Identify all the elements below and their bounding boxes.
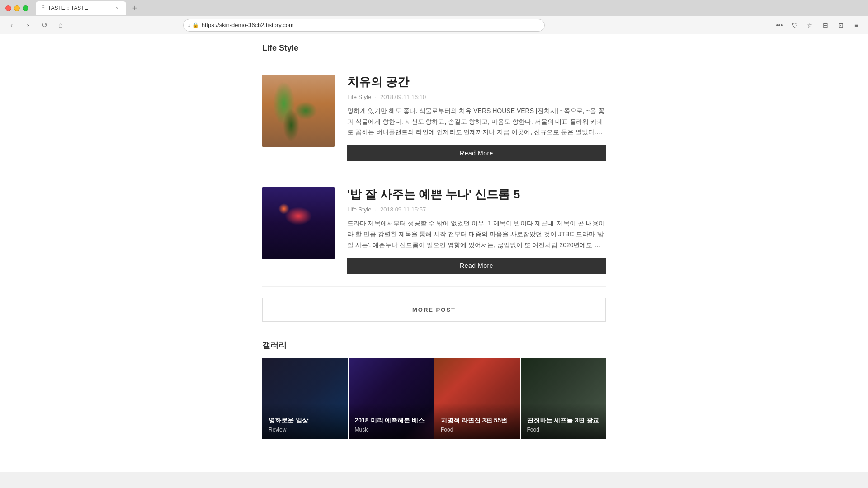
gallery-grid: 영화로운 일상 Review 2018 미리 예측해본 베스 Music 치명적… bbox=[262, 358, 606, 439]
post-item-2: '밥 잘 사주는 예쁜 누나' 신드롬 5 Life Style · 2018.… bbox=[262, 174, 606, 287]
gallery-item-category-2: Food bbox=[441, 427, 514, 433]
gallery-item-title-0: 영화로운 일상 bbox=[269, 417, 341, 425]
read-more-button-2[interactable]: Read More bbox=[347, 258, 606, 274]
lock-icon: 🔒 bbox=[193, 22, 199, 28]
gallery-overlay-1: 2018 미리 예측해본 베스 Music bbox=[349, 403, 434, 439]
post-title-1[interactable]: 치유의 공간 bbox=[347, 75, 606, 90]
maximize-window-button[interactable] bbox=[23, 5, 28, 11]
new-tab-button[interactable]: + bbox=[128, 1, 142, 15]
post-title-2[interactable]: '밥 잘 사주는 예쁜 누나' 신드롬 5 bbox=[347, 187, 606, 202]
post-list: 치유의 공간 Life Style · 2018.09.11 16:10 멍하게… bbox=[262, 62, 606, 287]
post-dot-1: · bbox=[375, 94, 377, 100]
post-thumbnail-2[interactable] bbox=[262, 187, 335, 259]
post-meta-2: '밥 잘 사주는 예쁜 누나' 신드롬 5 Life Style · 2018.… bbox=[347, 187, 606, 274]
post-category-2: Life Style bbox=[347, 206, 371, 213]
info-icon: ℹ bbox=[188, 22, 190, 28]
browser-toolbar: ‹ › ↺ ⌂ ℹ 🔒 https://skin-demo-36cb2.tist… bbox=[0, 16, 868, 34]
gallery-item-0[interactable]: 영화로운 일상 Review bbox=[262, 358, 348, 439]
tab-close-button[interactable]: × bbox=[113, 5, 121, 12]
tab-title: TASTE :: TASTE bbox=[48, 5, 88, 11]
gallery-item-category-0: Review bbox=[269, 427, 341, 433]
post-date-1: 2018.09.11 16:10 bbox=[380, 94, 426, 100]
gallery-item-category-3: Food bbox=[527, 427, 600, 433]
post-thumbnail-1[interactable] bbox=[262, 75, 335, 147]
back-button[interactable]: ‹ bbox=[5, 19, 18, 32]
content-wrapper: Life Style 치유의 공간 Life Style · 2018.09.1… bbox=[262, 34, 606, 472]
url-display: https://skin-demo-36cb2.tistory.com bbox=[202, 22, 294, 28]
browser-chrome: ⠿ TASTE :: TASTE × + ‹ › ↺ ⌂ ℹ 🔒 https:/… bbox=[0, 0, 868, 34]
post-info-1: Life Style · 2018.09.11 16:10 bbox=[347, 94, 606, 100]
post-excerpt-2: 드라마 제목에서부터 성공할 수 밖에 없었던 이유. 1 제목이 반이다 제곤… bbox=[347, 218, 606, 250]
post-info-2: Life Style · 2018.09.11 15:57 bbox=[347, 206, 606, 213]
gallery-item-category-1: Music bbox=[355, 427, 428, 433]
lifestyle-section-title: Life Style bbox=[262, 43, 606, 53]
post-item-1: 치유의 공간 Life Style · 2018.09.11 16:10 멍하게… bbox=[262, 62, 606, 174]
tab-favicon: ⠿ bbox=[41, 5, 45, 11]
post-date-2: 2018.09.11 15:57 bbox=[380, 206, 426, 213]
page-content: Life Style 치유의 공간 Life Style · 2018.09.1… bbox=[0, 34, 868, 472]
bookmark-button[interactable]: ☆ bbox=[804, 19, 816, 32]
post-category-1: Life Style bbox=[347, 94, 371, 100]
gallery-item-1[interactable]: 2018 미리 예측해본 베스 Music bbox=[349, 358, 434, 439]
gallery-overlay-3: 딴짓하는 세프들 3편 광교 Food bbox=[521, 403, 606, 439]
gallery-item-3[interactable]: 딴짓하는 세프들 3편 광교 Food bbox=[521, 358, 606, 439]
traffic-lights bbox=[5, 5, 28, 11]
post-meta-1: 치유의 공간 Life Style · 2018.09.11 16:10 멍하게… bbox=[347, 75, 606, 161]
gallery-overlay-2: 치명적 라면집 3편 55번 Food bbox=[434, 403, 520, 439]
hamburger-menu-button[interactable]: ≡ bbox=[850, 19, 863, 32]
toolbar-right: ••• 🛡 ☆ ⊟ ⊡ ≡ bbox=[773, 19, 863, 32]
more-post-button[interactable]: MORE POST bbox=[262, 298, 606, 322]
post-dot-2: · bbox=[375, 206, 377, 213]
gallery-section: 갤러리 영화로운 일상 Review 2018 미리 예측해본 베스 Music bbox=[262, 340, 606, 439]
gallery-item-title-1: 2018 미리 예측해본 베스 bbox=[355, 417, 428, 425]
refresh-button[interactable]: ↺ bbox=[38, 19, 51, 32]
gallery-overlay-0: 영화로운 일상 Review bbox=[262, 403, 348, 439]
read-more-button-1[interactable]: Read More bbox=[347, 145, 606, 161]
gallery-item-title-2: 치명적 라면집 3편 55번 bbox=[441, 417, 514, 425]
post-excerpt-1: 멍하게 있기만 해도 좋다. 식물로부터의 치유 VERS HOUSE VERS… bbox=[347, 106, 606, 138]
title-bar: ⠿ TASTE :: TASTE × + bbox=[0, 0, 868, 16]
minimize-window-button[interactable] bbox=[14, 5, 20, 11]
close-window-button[interactable] bbox=[5, 5, 11, 11]
home-button[interactable]: ⌂ bbox=[54, 19, 67, 32]
reader-view-button[interactable]: ⊡ bbox=[835, 19, 847, 32]
gallery-section-title: 갤러리 bbox=[262, 340, 606, 351]
more-options-button[interactable]: ••• bbox=[773, 19, 786, 32]
pocket-button[interactable]: 🛡 bbox=[788, 19, 801, 32]
bookmarks-panel-button[interactable]: ⊟ bbox=[819, 19, 832, 32]
more-post-wrapper: MORE POST bbox=[262, 298, 606, 322]
address-bar[interactable]: ℹ 🔒 https://skin-demo-36cb2.tistory.com bbox=[183, 19, 545, 32]
gallery-item-2[interactable]: 치명적 라면집 3편 55번 Food bbox=[434, 358, 520, 439]
gallery-item-title-3: 딴짓하는 세프들 3편 광교 bbox=[527, 417, 600, 425]
browser-tab[interactable]: ⠿ TASTE :: TASTE × bbox=[36, 1, 126, 15]
tab-bar: ⠿ TASTE :: TASTE × + bbox=[32, 0, 145, 16]
forward-button[interactable]: › bbox=[22, 19, 34, 32]
